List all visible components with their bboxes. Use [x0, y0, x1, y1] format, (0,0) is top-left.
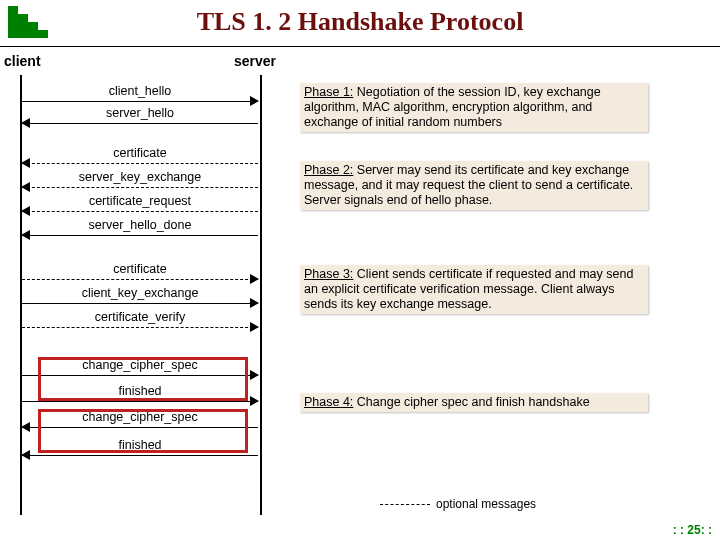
arrow-line: [22, 101, 258, 102]
arrow-line: [22, 327, 258, 328]
msg-server-key-exchange-3: server_key_exchange: [22, 175, 258, 193]
role-label-client: client: [4, 53, 41, 69]
legend-dash-icon: [380, 504, 430, 505]
msg-label: server_hello: [22, 106, 258, 120]
phase-title: Phase 1:: [304, 85, 353, 99]
msg-label: certificate: [22, 146, 258, 160]
diagram-stage: client server client_helloserver_helloce…: [0, 47, 720, 540]
title-bar: TLS 1. 2 Handshake Protocol: [0, 0, 720, 47]
lifeline-server: [260, 75, 262, 515]
slide-title: TLS 1. 2 Handshake Protocol: [0, 0, 720, 44]
change-cipher-highlight-2: [38, 409, 248, 453]
arrow-line: [22, 279, 258, 280]
arrow-line: [22, 123, 258, 124]
msg-label: client_hello: [22, 84, 258, 98]
msg-label: server_hello_done: [22, 218, 258, 232]
page-number: : : 25: :: [673, 523, 712, 537]
title-ornament: [8, 6, 48, 38]
phase-box-2: Phase 2: Server may send its certificate…: [300, 161, 648, 210]
phase-box-3: Phase 3: Client sends certificate if req…: [300, 265, 648, 314]
arrow-line: [22, 235, 258, 236]
phase-title: Phase 3:: [304, 267, 353, 281]
msg-client-key-exchange-7: client_key_exchange: [22, 291, 258, 309]
arrow-line: [22, 401, 258, 402]
arrow-line: [22, 163, 258, 164]
legend-text: optional messages: [436, 497, 536, 511]
msg-server-hello-1: server_hello: [22, 111, 258, 129]
phase-text: Client sends certificate if requested an…: [304, 267, 633, 311]
change-cipher-highlight-1: [38, 357, 248, 401]
msg-label: certificate: [22, 262, 258, 276]
msg-certificate-verify-8: certificate_verify: [22, 315, 258, 333]
msg-server-hello-done-5: server_hello_done: [22, 223, 258, 241]
msg-certificate-6: certificate: [22, 267, 258, 285]
arrow-line: [22, 211, 258, 212]
phase-box-4: Phase 4: Change cipher spec and finish h…: [300, 393, 648, 412]
msg-label: certificate_verify: [22, 310, 258, 324]
phase-box-1: Phase 1: Negotiation of the session ID, …: [300, 83, 648, 132]
phase-title: Phase 4:: [304, 395, 353, 409]
msg-certificate-request-4: certificate_request: [22, 199, 258, 217]
legend-optional: optional messages: [380, 497, 536, 511]
msg-certificate-2: certificate: [22, 151, 258, 169]
phase-title: Phase 2:: [304, 163, 353, 177]
arrow-line: [22, 455, 258, 456]
arrow-line: [22, 187, 258, 188]
phase-text: Change cipher spec and finish handshake: [353, 395, 589, 409]
phase-text: Server may send its certificate and key …: [304, 163, 633, 207]
msg-label: client_key_exchange: [22, 286, 258, 300]
msg-client-hello-0: client_hello: [22, 89, 258, 107]
arrow-line: [22, 303, 258, 304]
role-label-server: server: [234, 53, 276, 69]
msg-label: certificate_request: [22, 194, 258, 208]
msg-label: server_key_exchange: [22, 170, 258, 184]
